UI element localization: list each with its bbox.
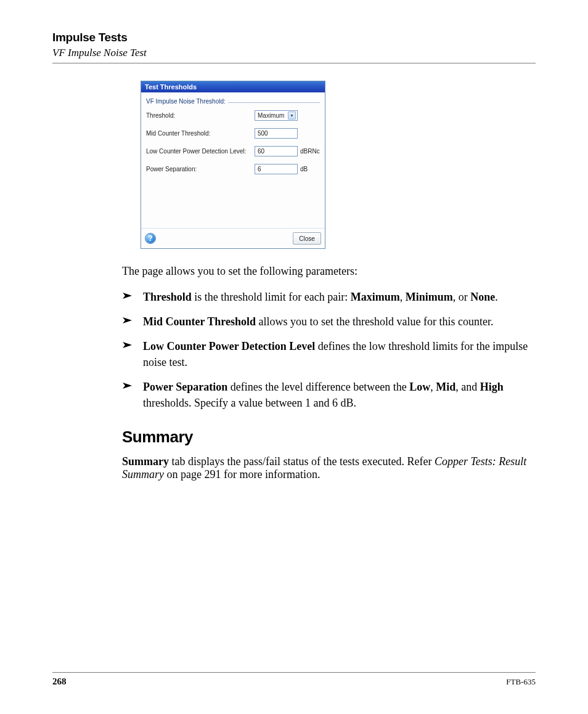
term: Power Separation xyxy=(143,381,227,393)
term: Low Counter Power Detection Level xyxy=(143,340,315,352)
text: tab displays the pass/fail status of the… xyxy=(169,455,435,468)
dialog-title: Test Thresholds xyxy=(141,81,325,92)
chevron-down-icon: ▼ xyxy=(288,112,296,120)
text: , or xyxy=(453,291,471,303)
threshold-value: Maximum xyxy=(258,112,284,119)
text: is the threshold limit for each pair: xyxy=(192,291,351,303)
test-thresholds-dialog: Test Thresholds VF Impulse Noise Thresho… xyxy=(141,81,325,249)
page-header-subtitle: VF Impulse Noise Test xyxy=(52,47,536,59)
term-mid: Mid xyxy=(436,381,455,393)
text: defines the level difference between the xyxy=(227,381,409,393)
text: allows you to set the threshold value fo… xyxy=(256,315,493,328)
header-rule xyxy=(52,63,536,63)
mid-counter-value: 500 xyxy=(258,130,268,137)
low-counter-label: Low Counter Power Detection Level: xyxy=(146,148,252,155)
bullet-low-counter: Low Counter Power Detection Level define… xyxy=(122,338,536,370)
threshold-select[interactable]: Maximum ▼ xyxy=(255,110,298,121)
power-sep-value: 6 xyxy=(258,166,261,172)
power-sep-label: Power Separation: xyxy=(146,166,252,172)
text: , xyxy=(430,381,436,393)
summary-term: Summary xyxy=(122,455,169,468)
footer-rule xyxy=(52,672,536,673)
text: thresholds. Specify a value between 1 an… xyxy=(143,397,356,409)
term-min: Minimum xyxy=(406,291,453,303)
arrow-icon xyxy=(122,379,137,411)
power-sep-input[interactable]: 6 xyxy=(255,164,298,174)
low-counter-value: 60 xyxy=(258,148,264,155)
low-counter-input[interactable]: 60 xyxy=(255,146,298,156)
fieldset-legend: VF Impulse Noise Threshold: xyxy=(146,98,228,105)
text: , xyxy=(400,291,406,303)
summary-heading: Summary xyxy=(122,428,536,447)
bullet-power-sep: Power Separation defines the level diffe… xyxy=(122,379,536,411)
product-id: FTB-635 xyxy=(506,677,536,687)
bullet-threshold: Threshold is the threshold limit for eac… xyxy=(122,289,536,305)
arrow-icon xyxy=(122,289,137,305)
term: Threshold xyxy=(143,291,192,303)
mid-counter-input[interactable]: 500 xyxy=(255,128,298,139)
term: Mid Counter Threshold xyxy=(143,315,256,328)
help-icon[interactable]: ? xyxy=(145,233,156,244)
arrow-icon xyxy=(122,314,137,330)
term-high: High xyxy=(480,381,504,393)
term-low: Low xyxy=(409,381,430,393)
arrow-icon xyxy=(122,338,137,370)
threshold-label: Threshold: xyxy=(146,112,252,119)
low-counter-unit: dBRNc xyxy=(300,148,320,155)
intro-paragraph: The page allows you to set the following… xyxy=(122,265,536,278)
text: on page 291 for more information. xyxy=(164,468,320,481)
bullet-mid-counter: Mid Counter Threshold allows you to set … xyxy=(122,314,536,330)
term-max: Maximum xyxy=(351,291,400,303)
summary-paragraph: Summary tab displays the pass/fail statu… xyxy=(122,455,536,481)
power-sep-unit: dB xyxy=(300,166,320,172)
term-none: None xyxy=(470,291,495,303)
text: , and xyxy=(455,381,480,393)
mid-counter-label: Mid Counter Threshold: xyxy=(146,130,252,137)
text: . xyxy=(495,291,498,303)
close-button[interactable]: Close xyxy=(293,232,321,245)
page-number: 268 xyxy=(52,676,67,687)
page-header-title: Impulse Tests xyxy=(52,31,536,44)
